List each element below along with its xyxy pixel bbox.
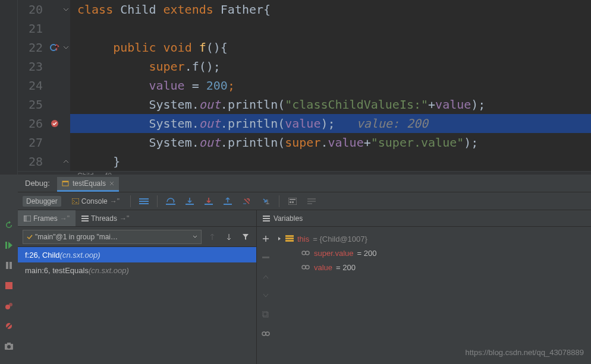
field-icon: [301, 250, 310, 256]
code-line[interactable]: 21: [18, 19, 591, 38]
trace-current-stream-chain-button[interactable]: [306, 195, 317, 207]
debug-tab-label: testEquals: [73, 179, 106, 188]
show-watches-button[interactable]: [260, 328, 272, 340]
step-over-button[interactable]: [165, 195, 177, 207]
watch-up-button[interactable]: [260, 271, 272, 283]
line-number: 24: [18, 76, 48, 95]
line-number: 25: [18, 95, 48, 114]
line-number: 28: [18, 152, 48, 171]
code-line[interactable]: 27 System.out.println(super.value+"super…: [18, 133, 591, 152]
stack-frame[interactable]: f:26, Child (cn.sxt.oop): [18, 247, 256, 262]
remove-watch-button[interactable]: [260, 252, 272, 264]
resume-button[interactable]: [4, 240, 14, 251]
svg-point-41: [262, 332, 266, 335]
code-line[interactable]: 23 super.f();: [18, 57, 591, 76]
debug-label: Debug:: [18, 179, 57, 188]
camera-button[interactable]: [4, 341, 14, 352]
code-line[interactable]: 28 }: [18, 152, 591, 171]
line-number: 21: [18, 19, 48, 38]
svg-rect-21: [205, 204, 213, 205]
filter-button[interactable]: [240, 231, 252, 243]
svg-point-42: [266, 332, 269, 335]
svg-rect-24: [290, 199, 296, 200]
svg-rect-19: [166, 204, 175, 205]
svg-rect-1: [6, 262, 8, 269]
svg-rect-3: [5, 282, 12, 289]
svg-rect-38: [262, 257, 269, 258]
variable-row[interactable]: value = 200: [275, 260, 591, 274]
force-step-into-button[interactable]: [203, 195, 215, 207]
object-icon: [285, 235, 294, 242]
line-number: 27: [18, 133, 48, 152]
svg-rect-25: [290, 201, 291, 203]
frame-marker-icon: [48, 38, 62, 57]
svg-rect-22: [224, 204, 232, 205]
stop-button[interactable]: [4, 280, 14, 291]
svg-rect-29: [307, 203, 312, 204]
variables-icon: [263, 216, 270, 221]
thread-selector[interactable]: "main"@1 in group "mai…: [23, 230, 202, 244]
watermark: https://blog.csdn.net/qq_43078889: [466, 348, 584, 357]
close-icon[interactable]: [109, 181, 114, 186]
run-to-cursor-button[interactable]: [260, 195, 272, 207]
code-line-current[interactable]: 26 System.out.println(value); value: 200: [18, 114, 591, 133]
fold-icon[interactable]: [62, 152, 70, 171]
svg-point-47: [306, 251, 309, 255]
debug-config-tab[interactable]: testEquals: [57, 177, 119, 190]
rerun-button[interactable]: [4, 220, 14, 230]
field-icon: [301, 264, 310, 270]
step-out-button[interactable]: [222, 195, 234, 207]
watch-down-button[interactable]: [260, 290, 272, 302]
fold-icon[interactable]: [62, 0, 70, 19]
svg-rect-28: [307, 201, 316, 202]
line-number: 23: [18, 57, 48, 76]
next-frame-button[interactable]: [223, 231, 235, 243]
breakpoint-icon[interactable]: [48, 114, 62, 133]
code-line[interactable]: 22 public void f(){: [18, 38, 591, 57]
svg-rect-16: [139, 198, 149, 200]
application-icon: [62, 180, 69, 187]
svg-rect-34: [81, 220, 89, 221]
variable-row[interactable]: super.value = 200: [275, 246, 591, 260]
copy-watch-button[interactable]: [260, 309, 272, 321]
threads-tab[interactable]: Threads→": [76, 210, 135, 226]
expand-icon[interactable]: [277, 236, 282, 241]
mute-breakpoints-button[interactable]: [4, 321, 14, 331]
svg-point-11: [51, 45, 56, 50]
debugger-tab[interactable]: Debugger: [23, 196, 61, 207]
chevron-down-icon: [193, 235, 197, 239]
threads-icon: [81, 216, 89, 221]
code-line[interactable]: 24 value = 200;: [18, 76, 591, 95]
svg-rect-31: [24, 216, 27, 221]
svg-rect-33: [81, 218, 89, 219]
svg-rect-32: [81, 216, 89, 217]
fold-icon[interactable]: [62, 38, 70, 57]
code-line[interactable]: 25 System.out.println("classChildValueIs…: [18, 95, 591, 114]
code-editor[interactable]: 20 class Child extends Father{ 21 22 pub…: [18, 0, 591, 175]
step-into-button[interactable]: [184, 195, 196, 207]
svg-rect-14: [62, 181, 68, 182]
prev-frame-button[interactable]: [206, 231, 218, 243]
svg-point-49: [306, 265, 309, 269]
show-execution-point-button[interactable]: [138, 195, 150, 207]
svg-point-5: [9, 303, 12, 306]
code-line[interactable]: 20 class Child extends Father{: [18, 0, 591, 19]
pause-button[interactable]: [4, 260, 14, 271]
svg-rect-27: [307, 198, 316, 200]
stack-frame[interactable]: main:6, testEquals (cn.sxt.oop): [18, 262, 256, 278]
svg-rect-20: [186, 204, 194, 205]
variables-title: Variables: [274, 214, 303, 223]
svg-rect-15: [72, 198, 79, 204]
svg-rect-45: [285, 240, 294, 242]
drop-frame-button[interactable]: [241, 195, 253, 207]
frames-tab[interactable]: Frames→": [18, 210, 76, 226]
console-tab[interactable]: Console→": [68, 196, 123, 207]
debug-panel: Debug: testEquals Debugger Console→": [18, 175, 591, 364]
view-breakpoints-button[interactable]: [4, 300, 14, 311]
new-watch-button[interactable]: [260, 233, 272, 245]
evaluate-expression-button[interactable]: [287, 195, 298, 207]
variable-row[interactable]: this = {Child@1007}: [275, 232, 591, 246]
line-number: 26: [18, 114, 48, 133]
svg-rect-44: [285, 238, 294, 239]
check-icon: [27, 234, 33, 240]
